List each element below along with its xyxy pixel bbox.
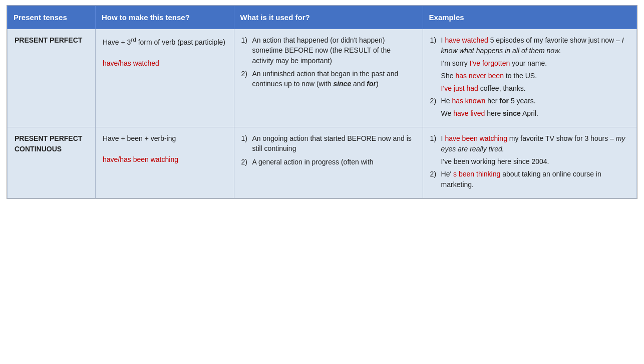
usage-cell: 1)An action that happened (or didn't hap… bbox=[234, 29, 423, 127]
header-col2: How to make this tense? bbox=[95, 6, 234, 29]
usage-cell: 1)An ongoing action that started BEFORE … bbox=[234, 127, 423, 199]
examples-cell: 1)I have been watching my favorite TV sh… bbox=[423, 127, 636, 199]
tense-name-cell: PRESENT PERFECT CONTINUOUS bbox=[8, 127, 96, 199]
formula-cell: Have + 3rd form of verb (past participle… bbox=[95, 29, 234, 127]
formula-cell: Have + been + verb-inghave/has been watc… bbox=[95, 127, 234, 199]
examples-cell: 1)I have watched 5 episodes of my favori… bbox=[423, 29, 636, 127]
header-col3: What is it used for? bbox=[234, 6, 423, 29]
header-col1: Present tenses bbox=[8, 6, 96, 29]
header-col4: Examples bbox=[423, 6, 636, 29]
tense-name-cell: PRESENT PERFECT bbox=[8, 29, 96, 127]
